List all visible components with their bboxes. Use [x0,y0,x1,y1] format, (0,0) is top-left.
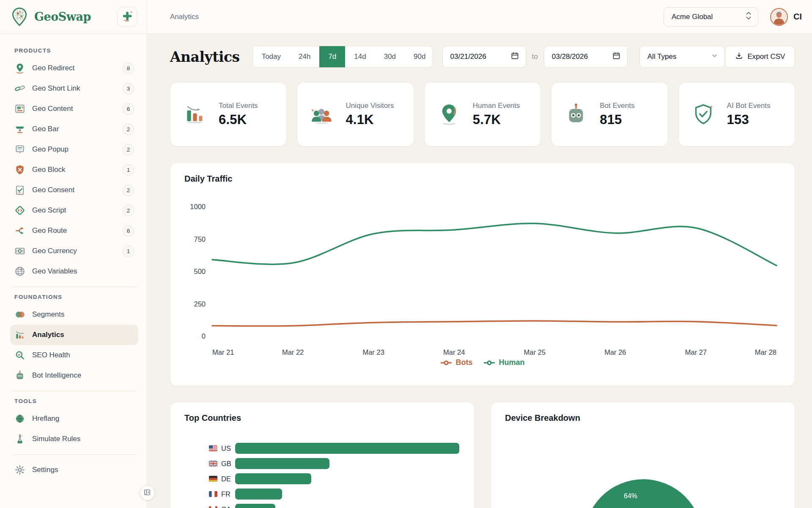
sidebar-item-geo-content[interactable]: Geo Content 6 [10,99,138,119]
y-tick-label: 0 [202,332,206,340]
chevron-updown-icon [745,10,752,23]
sidebar-item-segments[interactable]: Segments [10,304,138,325]
stat-label: AI Bot Events [727,102,771,110]
calendar-icon [511,52,519,62]
main-content: Analytics Today 24h 7d 14d 30d 90d [147,34,812,508]
x-tick-label: Mar 28 [755,348,776,356]
sidebar-item-geo-redirect[interactable]: Geo Redirect 8 [10,58,138,78]
legend-item-human[interactable]: Human [483,358,524,367]
calendar-icon [612,52,620,62]
foundations-list: Segments Analytics SEO Health [10,304,138,386]
stat-robot-icon [564,102,588,126]
x-tick-label: Mar 23 [362,348,384,356]
stat-value: 815 [600,112,634,127]
stat-card-unique-visitors: Unique Visitors 4.1K [297,82,414,146]
sidebar-item-simulate-rules[interactable]: Simulate Rules [10,429,138,449]
hreflang-icon [14,413,25,424]
sidebar-item-geo-script[interactable]: Geo Script 2 [10,200,138,221]
date-to-input[interactable]: 03/28/2026 [544,46,628,68]
sidebar-item-geo-variables[interactable]: Geo Variables [10,261,138,282]
section-title-products: PRODUCTS [14,47,138,54]
date-from-input[interactable]: 03/21/2026 [442,46,526,68]
date-from-value: 03/21/2026 [450,52,486,61]
top-countries-title: Top Countries [184,413,460,423]
sidebar-item-geo-popup[interactable]: Geo Popup 2 [10,139,138,160]
collapse-sidebar-button[interactable] [140,485,155,500]
section-title-tools: TOOLS [14,398,138,404]
geo-currency-icon [14,246,25,257]
products-list: Geo Redirect 8 Geo Short Link 3 Geo Cont… [10,58,138,282]
flag-fr-icon [209,491,217,497]
y-tick-label: 750 [194,235,206,243]
range-button-24h[interactable]: 24h [290,46,319,67]
legend-label: Human [499,358,524,367]
count-badge: 1 [123,246,134,257]
sidebar-footer: Settings [10,460,138,480]
sidebar-item-geo-short-link[interactable]: Geo Short Link 3 [10,78,138,99]
y-tick-label: 500 [194,268,206,275]
settings-icon [14,464,25,475]
count-badge: 2 [123,205,134,216]
country-row-de: DE [184,471,460,486]
export-csv-button[interactable]: Export CSV [725,46,795,68]
country-bar [235,458,329,469]
sidebar-item-analytics[interactable]: Analytics [10,325,138,345]
create-new-button[interactable] [117,7,137,27]
divider [12,391,137,391]
country-row-fr: FR [184,486,460,502]
section-title-foundations: FOUNDATIONS [14,294,138,300]
type-filter-select[interactable]: All Types [639,46,725,68]
stat-people-icon [310,102,334,126]
flag-us-icon [209,445,217,451]
legend-item-bots[interactable]: Bots [440,358,472,367]
seo-health-icon [14,350,25,361]
range-button-30d[interactable]: 30d [375,46,405,67]
sidebar-item-hreflang[interactable]: Hreflang [10,409,138,429]
stat-shield-icon [691,102,715,126]
org-selector[interactable]: Acme Global [664,7,758,27]
country-bar [235,443,459,454]
pie-slice-label: 64% [624,492,637,500]
type-filter-value: All Types [647,52,677,61]
user-menu[interactable]: CI [770,8,802,26]
tools-list: Hreflang Simulate Rules [10,409,138,449]
stat-cards: Total Events 6.5K Unique Visitors 4.1K [170,82,795,146]
sidebar-item-geo-currency[interactable]: Geo Currency 1 [10,241,138,261]
x-tick-label: Mar 25 [524,348,546,356]
bots-line [212,321,776,326]
topbar-right: Acme Global CI [664,7,802,27]
x-tick-label: Mar 21 [212,348,234,356]
range-button-today[interactable]: Today [253,46,290,67]
range-button-90d[interactable]: 90d [405,46,433,67]
analytics-icon [14,329,25,340]
page-header: Analytics Today 24h 7d 14d 30d 90d [170,46,795,68]
geo-short-link-icon [14,83,25,94]
count-badge: 6 [123,103,134,115]
sidebar-item-geo-consent[interactable]: Geo Consent 2 [10,180,138,200]
legend-label: Bots [455,358,472,367]
sidebar-item-geo-route[interactable]: Geo Route 6 [10,221,138,241]
geo-content-icon [14,103,25,114]
top-countries-card: Top Countries USGBDEFRCA [170,402,475,508]
sidebar-item-seo-health[interactable]: SEO Health [10,345,138,365]
sidebar-item-settings[interactable]: Settings [10,460,138,480]
collapse-panel-icon [143,489,151,497]
stat-chart-icon [183,102,207,126]
x-tick-label: Mar 24 [443,348,465,356]
sidebar-item-geo-bar[interactable]: Geo Bar 2 [10,119,138,139]
count-badge: 1 [123,164,134,176]
country-bar [235,473,311,484]
range-button-14d[interactable]: 14d [345,46,375,67]
range-button-7d[interactable]: 7d [319,46,345,67]
country-code: US [221,444,235,453]
sidebar-item-bot-intelligence[interactable]: Bot Intelligence [10,365,138,386]
daily-traffic-title: Daily Traffic [184,174,781,184]
sidebar-item-geo-block[interactable]: Geo Block 1 [10,160,138,180]
stat-pin-icon [437,102,461,126]
flag-ca-icon [209,506,217,508]
geo-route-icon [14,225,25,236]
country-row-gb: GB [184,456,460,471]
user-initials: CI [793,12,802,22]
bot-intelligence-icon [14,370,25,381]
stat-value: 153 [727,112,771,127]
